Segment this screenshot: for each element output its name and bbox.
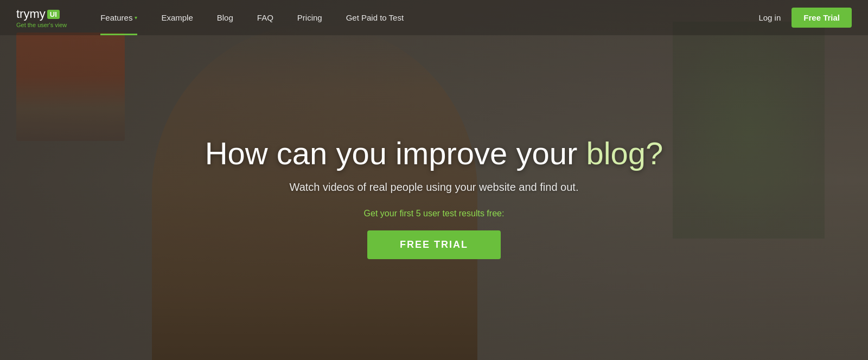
nav-right: Log in Free Trial	[758, 8, 852, 28]
login-link[interactable]: Log in	[758, 13, 781, 22]
logo-tagline: Get the user's view	[16, 22, 67, 28]
nav-free-trial-button[interactable]: Free Trial	[792, 8, 852, 28]
hero-subheadline: Watch videos of real people using your w…	[290, 181, 579, 194]
logo[interactable]: trymy UI Get the user's view	[16, 7, 67, 28]
hero-headline: How can you improve your blog?	[205, 136, 663, 171]
nav-link-pricing[interactable]: Pricing	[285, 0, 334, 35]
nav-link-blog[interactable]: Blog	[205, 0, 245, 35]
hero-free-trial-button[interactable]: FREE TRIAL	[367, 230, 501, 259]
nav-link-example[interactable]: Example	[149, 0, 205, 35]
nav-link-get-paid[interactable]: Get Paid to Test	[334, 0, 416, 35]
hero-content: How can you improve your blog? Watch vid…	[0, 0, 868, 360]
navbar: trymy UI Get the user's view Features ▾ …	[0, 0, 868, 35]
nav-links: Features ▾ Example Blog FAQ Pricing Get …	[88, 0, 758, 35]
logo-text-trymyui: trymy	[16, 7, 46, 21]
chevron-down-icon: ▾	[135, 15, 137, 21]
hero-cta-text: Get your first 5 user test results free:	[364, 209, 505, 218]
logo-badge: UI	[47, 10, 60, 19]
nav-link-faq[interactable]: FAQ	[245, 0, 285, 35]
hero-section: trymy UI Get the user's view Features ▾ …	[0, 0, 868, 360]
nav-link-features[interactable]: Features ▾	[88, 0, 149, 35]
hero-headline-highlight: blog?	[586, 136, 663, 171]
